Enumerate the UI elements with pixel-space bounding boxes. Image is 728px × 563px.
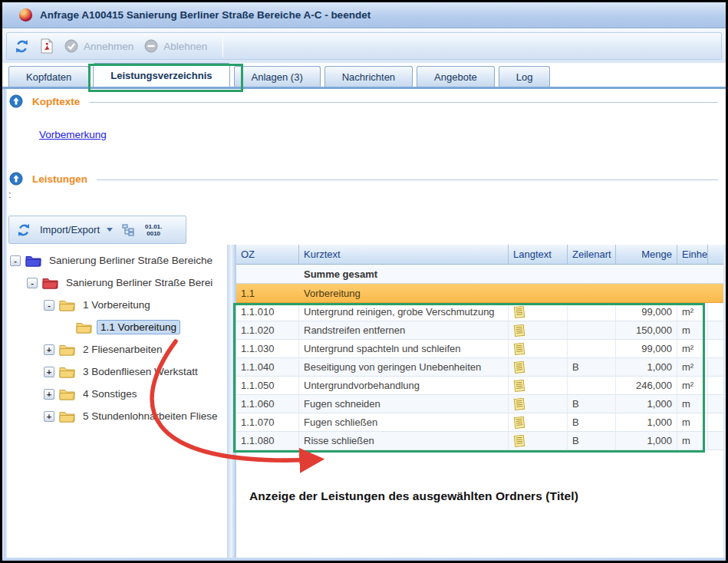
tab-anlagen-3[interactable]: Anlagen (3) — [234, 66, 321, 87]
expand-icon[interactable]: + — [44, 367, 54, 377]
table-row-1-1-060[interactable]: 1.1.060Fugen schneiden B1,000m — [236, 395, 723, 413]
annehmen-label: Annehmen — [84, 41, 133, 52]
ablehnen-button[interactable]: Ablehnen — [144, 39, 207, 53]
collapse-arrow-icon[interactable] — [9, 172, 23, 186]
check-circle-icon — [64, 39, 78, 53]
collapse-icon[interactable]: - — [44, 300, 54, 311]
column-header-langtext[interactable]: Langtext — [509, 245, 568, 264]
cell-kurztext: Untergrund reinigen, grobe Verschmutzung — [299, 303, 509, 321]
cell-menge: 246,000 — [616, 377, 677, 394]
table-row-1-1-030[interactable]: 1.1.030Untergrund spachteln und schleife… — [236, 340, 723, 358]
cell-zeilenart — [568, 377, 616, 394]
annehmen-button[interactable]: Annehmen — [64, 39, 133, 53]
cell-kurztext: Vorbereitung — [299, 284, 509, 302]
tree-item-label: 2 Fliesenarbeiten — [80, 343, 166, 356]
langtext-note-icon[interactable] — [512, 361, 527, 374]
refresh-button[interactable] — [15, 39, 29, 54]
cell-langtext — [509, 395, 568, 413]
tree-item-5-stundenlohnarbeiten-fliese[interactable]: + 5 Stundenlohnarbeiten Fliese — [7, 405, 227, 427]
lv-toolbar: Import/Export 01.01. 0010 — [8, 216, 186, 244]
column-header-kurztext[interactable]: Kurztext — [299, 245, 509, 264]
tree-item-2-fliesenarbeiten[interactable]: + 2 Fliesenarbeiten — [7, 338, 227, 361]
tab-nachrichten[interactable]: Nachrichten — [324, 66, 413, 87]
panel-splitter[interactable] — [227, 245, 236, 558]
colon-text: : — [8, 189, 12, 200]
leistungen-title: Leistungen — [32, 173, 87, 185]
import-export-button[interactable]: Import/Export — [40, 224, 113, 235]
langtext-note-icon[interactable] — [512, 342, 527, 356]
tree-item-sanierung-berliner-stra-e-berei[interactable]: - Sanierung Berliner Straße Berei — [7, 272, 227, 294]
column-header-zeilenart[interactable]: Zeilenart — [568, 245, 616, 264]
cell-langtext — [509, 321, 568, 339]
cell-filler — [708, 321, 723, 339]
tab-log[interactable]: Log — [499, 66, 551, 87]
cell-filler — [708, 358, 723, 376]
cell-langtext — [509, 284, 568, 302]
cell-langtext — [509, 432, 568, 449]
yellow-folder-icon — [59, 299, 75, 311]
cell-oz: 1.1.020 — [236, 321, 299, 339]
collapse-icon[interactable]: - — [10, 255, 21, 266]
tree-item-3-bodenfliesen-werkstatt[interactable]: + 3 Bodenfliesen Werkstatt — [7, 361, 227, 383]
pdf-export-button[interactable] — [40, 38, 54, 54]
cell-oz: 1.1.010 — [236, 303, 299, 321]
expand-icon[interactable]: + — [44, 389, 54, 400]
expand-icon[interactable]: + — [44, 411, 54, 422]
tree-view-icon[interactable] — [122, 224, 136, 236]
cell-langtext — [509, 303, 568, 321]
cell-menge: 150,000 — [616, 321, 677, 339]
blue-folder-icon — [25, 255, 41, 267]
tab-underline — [2, 87, 726, 89]
table-row-1-1-040[interactable]: 1.1.040Beseitigung von geringen Unebenhe… — [236, 358, 723, 377]
tree-item-1-1-vorbereitung[interactable]: 1.1 Vorbereitung — [7, 316, 227, 338]
cell-menge — [616, 284, 677, 302]
column-header-menge[interactable]: Menge — [616, 245, 677, 264]
cell-kurztext: Beseitigung von geringen Unebenheiten — [299, 358, 509, 376]
langtext-note-icon[interactable] — [512, 434, 527, 448]
expand-icon[interactable]: + — [44, 344, 54, 355]
table-row-1-1-070[interactable]: 1.1.070Fugen schließen B1,000m — [236, 413, 723, 432]
cell-oz: 1.1.040 — [236, 358, 299, 376]
cell-langtext — [509, 377, 568, 394]
langtext-note-icon[interactable] — [512, 305, 527, 319]
vorbemerkung-link[interactable]: Vorbemerkung — [39, 129, 107, 140]
cell-einheit: m² — [677, 340, 708, 357]
cell-oz: 1.1.060 — [236, 395, 299, 413]
cell-zeilenart — [568, 303, 616, 321]
cell-einheit: m — [677, 395, 708, 413]
tree-item-label: 1.1 Vorbereitung — [97, 320, 180, 334]
table-row-1-1-020[interactable]: 1.1.020Randstreifen entfernen 150,000m — [236, 321, 723, 340]
tab-kopfdaten[interactable]: Kopfdaten — [8, 66, 89, 87]
refresh-icon[interactable] — [17, 223, 31, 237]
oz-numbering-icon[interactable]: 01.01. 0010 — [145, 223, 162, 237]
column-header-oz[interactable]: OZ — [236, 245, 299, 264]
cell-einheit: m — [677, 432, 708, 449]
column-header-einheit[interactable]: Einheit — [677, 245, 708, 264]
cell-kurztext: Fugen schließen — [299, 413, 509, 431]
tree-item-sanierung-berliner-stra-e-bereiche[interactable]: - Sanierung Berliner Straße Bereiche — [7, 249, 227, 272]
table-row-1-1-050[interactable]: 1.1.050Untergrundvorbehandlung 246,000m² — [236, 377, 723, 395]
yellow-folder-icon — [59, 366, 75, 378]
cell-menge: 1,000 — [616, 395, 677, 413]
tab-leistungsverzeichnis[interactable]: Leistungsverzeichnis — [93, 63, 229, 87]
yellow-folder-icon — [59, 410, 75, 423]
langtext-note-icon[interactable] — [512, 379, 527, 393]
summary-row[interactable]: Summe gesamt — [236, 265, 723, 284]
cell-langtext — [509, 340, 568, 357]
tree-item-4-sonstiges[interactable]: + 4 Sonstiges — [7, 383, 227, 405]
tree-item-1-vorbereitung[interactable]: - 1 Vorbereitung — [7, 294, 227, 316]
tab-angebote[interactable]: Angebote — [417, 66, 495, 87]
collapse-icon[interactable]: - — [27, 278, 38, 288]
oz-icon-line1: 01.01. — [145, 223, 162, 230]
group-row[interactable]: 1.1Vorbereitung — [236, 284, 723, 303]
table-row-1-1-010[interactable]: 1.1.010Untergrund reinigen, grobe Versch… — [236, 303, 723, 321]
langtext-note-icon[interactable] — [512, 416, 527, 430]
collapse-arrow-icon[interactable] — [9, 94, 23, 108]
langtext-note-icon[interactable] — [512, 324, 527, 337]
section-rule — [97, 179, 718, 180]
table-row-1-1-080[interactable]: 1.1.080Risse schließen B1,000m — [236, 432, 723, 450]
cell-oz — [236, 265, 299, 283]
cell-filler — [708, 377, 723, 394]
langtext-note-icon[interactable] — [512, 397, 527, 411]
cell-oz: 1.1.080 — [236, 432, 299, 449]
